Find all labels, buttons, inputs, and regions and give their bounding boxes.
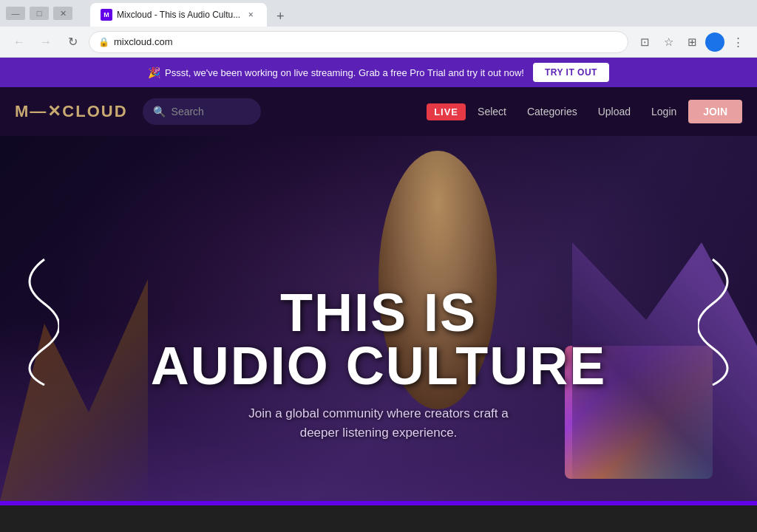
promo-message: Pssst, we've been working on live stream… (165, 67, 524, 78)
tab-bar: M Mixcloud - This is Audio Cultu... × + (84, 0, 296, 27)
address-bar[interactable]: 🔒 mixcloud.com (89, 31, 628, 53)
back-button[interactable]: ← (9, 32, 30, 52)
hero-title-line1: THIS IS (120, 286, 637, 339)
minimize-button[interactable]: — (6, 7, 25, 20)
wave-right-decoration (698, 245, 757, 392)
maximize-button[interactable]: □ (30, 7, 49, 20)
login-nav-item[interactable]: Login (642, 101, 685, 122)
new-tab-button[interactable]: + (270, 6, 291, 27)
tab-title: Mixcloud - This is Audio Cultu... (117, 10, 240, 20)
promo-emoji: 🎉 (148, 66, 160, 78)
join-button[interactable]: JOIN (688, 100, 742, 123)
secure-lock-icon: 🔒 (98, 37, 109, 47)
hero-content: THIS IS AUDIO CULTURE Join a global comm… (120, 286, 637, 442)
hero-title-line2: AUDIO CULTURE (120, 339, 637, 392)
window-controls: — □ ✕ (6, 7, 72, 20)
try-it-out-button[interactable]: TRY IT OUT (533, 63, 609, 82)
menu-icon[interactable]: ⋮ (727, 32, 748, 52)
promo-banner: 🎉 Pssst, we've been working on live stre… (0, 58, 757, 87)
website-content: 🎉 Pssst, we've been working on live stre… (0, 58, 757, 505)
reload-button[interactable]: ↻ (62, 32, 83, 52)
site-logo[interactable]: M—✕CLOUD (15, 102, 128, 121)
browser-toolbar: ← → ↻ 🔒 mixcloud.com ⊡ ☆ ⊞ ⋮ (0, 27, 757, 58)
logo-text: M—✕CLOUD (15, 102, 128, 121)
browser-titlebar: — □ ✕ M Mixcloud - This is Audio Cultu..… (0, 0, 757, 27)
forward-button[interactable]: → (35, 32, 56, 52)
browser-chrome: — □ ✕ M Mixcloud - This is Audio Cultu..… (0, 0, 757, 58)
bottom-accent-bar (0, 501, 757, 505)
header-nav: LIVE Select Categories Upload Login JOIN (427, 100, 742, 123)
toolbar-right: ⊡ ☆ ⊞ ⋮ (634, 32, 748, 52)
promo-text-container: 🎉 Pssst, we've been working on live stre… (148, 66, 524, 78)
hero-subtitle: Join a global community where creators c… (120, 404, 637, 442)
search-input[interactable]: Search (172, 106, 204, 117)
tab-favicon: M (101, 9, 112, 21)
hero-section: THIS IS AUDIO CULTURE Join a global comm… (0, 136, 757, 501)
select-nav-item[interactable]: Select (469, 101, 515, 122)
search-bar[interactable]: 🔍 Search (143, 98, 261, 125)
tab-close-button[interactable]: × (245, 9, 257, 21)
profile-avatar[interactable] (705, 33, 724, 52)
url-text: mixcloud.com (114, 36, 172, 47)
bookmark-icon[interactable]: ☆ (658, 32, 679, 52)
live-nav-item[interactable]: LIVE (427, 103, 466, 120)
active-tab[interactable]: M Mixcloud - This is Audio Cultu... × (90, 3, 267, 27)
hero-title: THIS IS AUDIO CULTURE (120, 286, 637, 392)
cast-icon[interactable]: ⊡ (634, 32, 655, 52)
search-icon: 🔍 (153, 106, 166, 117)
upload-nav-item[interactable]: Upload (589, 101, 639, 122)
close-window-button[interactable]: ✕ (53, 7, 72, 20)
site-header: M—✕CLOUD 🔍 Search LIVE Select Categories… (0, 87, 757, 136)
wave-left-decoration (0, 245, 59, 392)
categories-nav-item[interactable]: Categories (518, 101, 586, 122)
extensions-icon[interactable]: ⊞ (682, 32, 702, 52)
